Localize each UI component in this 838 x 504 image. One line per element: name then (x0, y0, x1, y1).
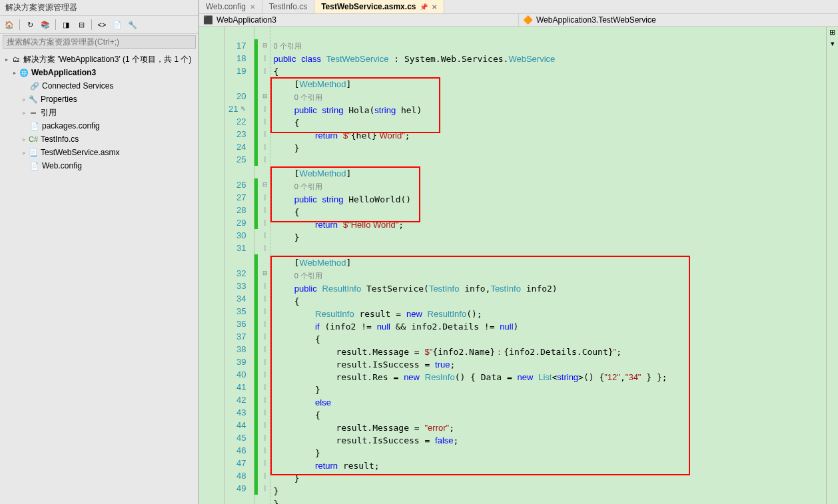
tab-label: TestWebService.asmx.cs (321, 2, 416, 11)
collapse-gutter[interactable]: ⊟|| ⊟||||| ⊟||||| ⊟||||||||||||||||| (260, 27, 270, 504)
nav-bar: ⬛ WebApplication3 🔶 WebApplication3.Test… (199, 14, 838, 27)
tree-item[interactable]: 📄 Web.config (0, 159, 199, 172)
project-node[interactable]: ▸ 🌐 WebApplication3 (0, 66, 199, 79)
config-icon: 📄 (29, 160, 40, 171)
collapse-icon[interactable]: ⊟ (75, 18, 88, 31)
document-tabs: Web.config ✕ TestInfo.cs TestWebService.… (199, 0, 838, 14)
project-icon: 🌐 (19, 67, 29, 78)
connected-icon: 🔗 (29, 81, 40, 91)
close-icon[interactable]: ✕ (250, 3, 255, 11)
node-label: 引用 (41, 107, 57, 119)
code-icon[interactable]: <> (95, 18, 109, 31)
tree-item[interactable]: ▹ 📃 TestWebService.asmx (0, 146, 199, 159)
split-icon[interactable]: ⊞ (829, 28, 835, 37)
reference-icon: ▫▫ (28, 107, 39, 118)
solution-node[interactable]: ▸ 🗂 解决方案 'WebApplication3' (1 个项目，共 1 个) (0, 53, 199, 66)
outline-gutter (199, 27, 224, 504)
home-icon[interactable]: 🏠 (3, 18, 16, 31)
solution-icon: 🗂 (11, 54, 21, 65)
refresh-icon[interactable]: ↻ (23, 18, 37, 31)
node-label: TestWebService.asmx (41, 148, 119, 157)
expand-icon[interactable]: ▹ (20, 97, 28, 103)
node-label: TestInfo.cs (41, 134, 79, 144)
node-label: Properties (41, 95, 77, 104)
csharp-icon: ⬛ (203, 15, 213, 25)
nav-label: WebApplication3.TestWebService (536, 15, 656, 25)
tab-label: TestInfo.cs (269, 2, 307, 11)
pin-icon[interactable]: 📌 (420, 3, 428, 11)
asmx-icon: 📃 (28, 147, 39, 158)
showall-icon[interactable]: 📄 (111, 18, 124, 31)
highlight-box-2 (270, 166, 420, 222)
code-text[interactable]: 0 个引用 public class TestWebService : Syst… (270, 27, 826, 504)
node-label: WebApplication3 (31, 68, 96, 77)
nav-icon[interactable]: ▾ (831, 39, 835, 48)
line-numbers: 171819 20 21 ✎ 22232425 262728293031 323… (224, 27, 254, 504)
tree-item[interactable]: 🔗 Connected Services (0, 79, 199, 93)
filter-icon[interactable]: ◨ (59, 18, 73, 31)
solution-toolbar: 🏠 ↻ 📚 ◨ ⊟ <> 📄 🔧 (0, 16, 199, 34)
tab-active[interactable]: TestWebService.asmx.cs 📌 ✕ (314, 0, 444, 13)
nav-type[interactable]: 🔶 WebApplication3.TestWebService (519, 14, 838, 26)
right-gutter: ⊞ ▾ (826, 27, 838, 504)
expand-icon[interactable]: ▸ (3, 57, 11, 63)
tab-label: Web.config (206, 2, 246, 11)
tree-item[interactable]: ▹ ▫▫ 引用 (0, 106, 199, 119)
tree-item[interactable]: 📄 packages.config (0, 119, 199, 132)
nav-project[interactable]: ⬛ WebApplication3 (199, 14, 519, 26)
properties-icon[interactable]: 🔧 (126, 18, 139, 31)
solution-tree: ▸ 🗂 解决方案 'WebApplication3' (1 个项目，共 1 个)… (0, 50, 199, 504)
tab-testinfo[interactable]: TestInfo.cs (262, 0, 314, 13)
tree-item[interactable]: ▹ 🔧 Properties (0, 93, 199, 106)
config-icon: 📄 (29, 121, 40, 131)
panel-title: 解决方案资源管理器 (0, 0, 199, 16)
node-label: Web.config (42, 161, 82, 170)
expand-icon[interactable]: ▸ (11, 70, 19, 76)
solution-explorer: 解决方案资源管理器 🏠 ↻ 📚 ◨ ⊟ <> 📄 🔧 ▸ 🗂 解决方案 'Web… (0, 0, 199, 504)
expand-icon[interactable]: ▹ (20, 150, 28, 156)
csharp-icon: C# (28, 134, 39, 144)
wrench-icon: 🔧 (28, 94, 39, 105)
node-label: 解决方案 'WebApplication3' (1 个项目，共 1 个) (23, 54, 191, 65)
code-editor[interactable]: 171819 20 21 ✎ 22232425 262728293031 323… (199, 27, 838, 504)
class-icon: 🔶 (523, 15, 533, 25)
expand-icon[interactable]: ▹ (20, 110, 28, 116)
stack-icon[interactable]: 📚 (39, 18, 52, 31)
close-icon[interactable]: ✕ (432, 3, 437, 11)
change-indicator (254, 27, 260, 504)
tab-webconfig[interactable]: Web.config ✕ (199, 0, 262, 13)
nav-label: WebApplication3 (216, 15, 276, 25)
brush-icon[interactable]: ✎ (240, 103, 246, 115)
node-label: Connected Services (42, 81, 113, 91)
search-box (0, 34, 199, 50)
editor-main: Web.config ✕ TestInfo.cs TestWebService.… (199, 0, 838, 504)
node-label: packages.config (42, 121, 100, 130)
expand-icon[interactable]: ▹ (20, 136, 28, 142)
search-input[interactable] (3, 35, 196, 49)
tree-item[interactable]: ▹ C# TestInfo.cs (0, 132, 199, 146)
